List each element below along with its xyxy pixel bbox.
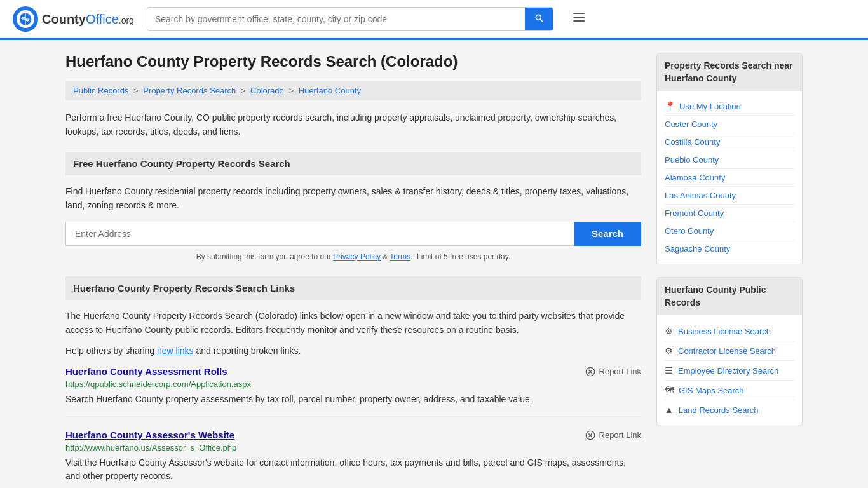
pin-icon: 📍 <box>665 101 675 111</box>
county-item-2: Pueblo County <box>665 151 794 169</box>
public-records-section: Huerfano County Public Records ⚙ Busines… <box>656 277 803 426</box>
county-item-0: Custer County <box>665 116 794 133</box>
privacy-policy-link[interactable]: Privacy Policy <box>333 252 381 261</box>
resource-desc-0: Search Huerfano County property assessme… <box>65 393 641 406</box>
logo-text: CountyOffice.org <box>42 12 134 27</box>
free-search-section: Free Huerfano County Property Records Se… <box>65 152 641 261</box>
county-item-1: Costilla County <box>665 133 794 151</box>
report-icon <box>585 430 595 440</box>
nearby-section-body: 📍 Use My Location Custer County Costilla… <box>657 91 802 264</box>
new-links-suffix-text: and reporting broken links. <box>196 346 301 356</box>
county-link-0[interactable]: Custer County <box>665 119 717 129</box>
nearby-section: Property Records Search near Huerfano Co… <box>656 53 803 264</box>
records-item-3: 🗺 GIS Maps Search <box>665 381 794 400</box>
nearby-section-header: Property Records Search near Huerfano Co… <box>657 53 802 91</box>
report-label-1: Report Link <box>599 430 641 440</box>
header-search-bar <box>147 7 553 31</box>
new-links-prefix: Help others by sharing <box>65 346 154 356</box>
county-item-3: Alamosa County <box>665 169 794 187</box>
content-wrapper: Huerfano County Property Records Search … <box>53 40 815 488</box>
resource-url-0: https://qpublic.schneidercorp.com/Applic… <box>65 379 641 389</box>
report-label-0: Report Link <box>599 367 641 376</box>
breadcrumb-property-records[interactable]: Property Records Search <box>143 86 236 95</box>
resources-container: Huerfano County Assessment Rolls Report … <box>65 366 641 488</box>
breadcrumb-public-records[interactable]: Public Records <box>73 86 128 95</box>
records-item-0: ⚙ Business License Search <box>665 322 794 341</box>
records-link-1[interactable]: Contractor License Search <box>678 346 776 356</box>
resource-title-0[interactable]: Huerfano County Assessment Rolls <box>65 366 227 377</box>
records-item-2: ☰ Employee Directory Search <box>665 361 794 381</box>
records-item-1: ⚙ Contractor License Search <box>665 341 794 361</box>
records-link-2[interactable]: Employee Directory Search <box>678 366 778 376</box>
hamburger-button[interactable] <box>566 7 592 31</box>
county-link-4[interactable]: Las Animas County <box>665 191 736 200</box>
site-header: CountyOffice.org <box>0 0 868 40</box>
county-item-6: Otero County <box>665 222 794 240</box>
resource-header-row: Huerfano County Assessment Rolls Report … <box>65 366 641 377</box>
county-link-3[interactable]: Alamosa County <box>665 173 725 182</box>
sidebar: Property Records Search near Huerfano Co… <box>656 53 803 488</box>
main-content: Huerfano County Property Records Search … <box>65 53 641 488</box>
records-link-3[interactable]: GIS Maps Search <box>679 386 744 395</box>
links-heading: Huerfano County Property Records Search … <box>65 276 641 300</box>
records-link-0[interactable]: Business License Search <box>678 327 771 336</box>
resource-header-row: Huerfano County Assessor's Website Repor… <box>65 430 641 440</box>
new-links-link[interactable]: new links <box>157 346 194 356</box>
disclaimer-text: By submitting this form you agree to our <box>196 252 331 261</box>
breadcrumb-sep1: > <box>133 86 140 95</box>
main-description: Perform a free Huerfano County, CO publi… <box>65 111 641 139</box>
search-icon <box>534 13 544 23</box>
breadcrumb-sep2: > <box>241 86 248 95</box>
header-search-button[interactable] <box>525 8 553 30</box>
svg-rect-6 <box>573 13 585 14</box>
records-list: ⚙ Business License Search ⚙ Contractor L… <box>665 322 794 419</box>
public-records-header: Huerfano County Public Records <box>657 278 802 315</box>
links-section: Huerfano County Property Records Search … <box>65 276 641 488</box>
page-title: Huerfano County Property Records Search … <box>65 53 641 71</box>
report-icon <box>585 367 595 377</box>
records-icon-0: ⚙ <box>665 326 673 336</box>
address-form: Search <box>65 222 641 246</box>
records-item-4: ▲ Land Records Search <box>665 400 794 419</box>
records-icon-2: ☰ <box>665 365 673 376</box>
links-description: The Huerfano County Property Records Sea… <box>65 309 641 337</box>
terms-link[interactable]: Terms <box>390 252 410 261</box>
new-links-text: Help others by sharing new links and rep… <box>65 346 641 356</box>
county-link-7[interactable]: Saguache County <box>665 244 730 254</box>
svg-rect-7 <box>573 17 585 18</box>
county-list: Custer County Costilla County Pueblo Cou… <box>665 116 794 257</box>
disclaimer-ampersand: & <box>383 252 390 261</box>
free-search-description: Find Huerfano County residential propert… <box>65 184 641 213</box>
disclaimer-suffix: . Limit of 5 free uses per day. <box>412 252 510 261</box>
report-link-button-0[interactable]: Report Link <box>585 367 641 377</box>
hamburger-icon <box>571 10 587 25</box>
breadcrumb-colorado[interactable]: Colorado <box>250 86 284 95</box>
county-item-4: Las Animas County <box>665 187 794 205</box>
form-disclaimer: By submitting this form you agree to our… <box>65 252 641 261</box>
logo-icon <box>13 6 38 32</box>
header-search-input[interactable] <box>147 9 525 29</box>
address-input[interactable] <box>65 222 574 246</box>
records-link-4[interactable]: Land Records Search <box>679 405 759 415</box>
county-link-2[interactable]: Pueblo County <box>665 155 719 165</box>
breadcrumb-huerfano[interactable]: Huerfano County <box>299 86 361 95</box>
resource-card-0: Huerfano County Assessment Rolls Report … <box>65 366 641 417</box>
use-my-location-item[interactable]: 📍 Use My Location <box>665 97 794 116</box>
resource-url-1: http://www.huerfano.us/Assessor_s_Office… <box>65 443 641 452</box>
records-icon-1: ⚙ <box>665 346 673 356</box>
site-logo[interactable]: CountyOffice.org <box>13 6 134 32</box>
search-submit-button[interactable]: Search <box>574 222 641 246</box>
use-my-location-link[interactable]: Use My Location <box>679 102 741 111</box>
county-link-5[interactable]: Fremont County <box>665 208 724 218</box>
resource-title-1[interactable]: Huerfano County Assessor's Website <box>65 430 234 440</box>
public-records-body: ⚙ Business License Search ⚙ Contractor L… <box>657 315 802 426</box>
free-search-heading: Free Huerfano County Property Records Se… <box>65 152 641 175</box>
county-item-7: Saguache County <box>665 240 794 257</box>
resource-card-1: Huerfano County Assessor's Website Repor… <box>65 430 641 488</box>
report-link-button-1[interactable]: Report Link <box>585 430 641 440</box>
records-icon-4: ▲ <box>665 405 674 415</box>
county-link-6[interactable]: Otero County <box>665 226 714 236</box>
county-link-1[interactable]: Costilla County <box>665 137 720 147</box>
breadcrumb: Public Records > Property Records Search… <box>65 81 641 100</box>
svg-rect-8 <box>573 20 585 22</box>
